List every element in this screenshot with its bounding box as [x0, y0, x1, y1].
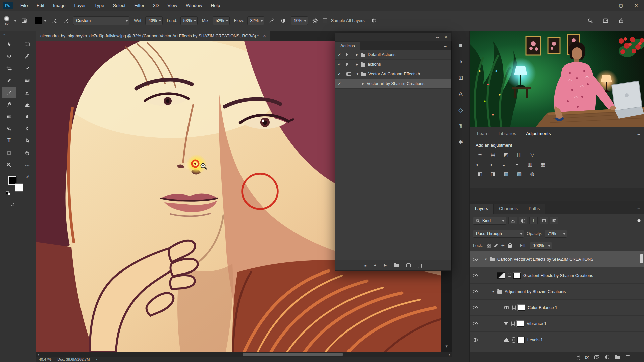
- visibility-toggle[interactable]: [470, 316, 481, 331]
- adjustments-panel-icon[interactable]: ◑: [455, 57, 466, 67]
- smoothing-field[interactable]: 10%: [291, 16, 308, 25]
- visibility-toggle[interactable]: [470, 267, 481, 283]
- screen-mode-icon[interactable]: [21, 202, 27, 206]
- menu-help[interactable]: Help: [206, 0, 224, 11]
- smoothing-icon[interactable]: [279, 16, 288, 25]
- toggle-item-check[interactable]: ✓: [335, 69, 344, 79]
- tab-paths[interactable]: Paths: [523, 204, 545, 214]
- toggle-item-check[interactable]: ✓: [335, 79, 344, 88]
- layer-name[interactable]: Gradient Effects by Shazim Creations: [523, 273, 593, 278]
- photo-filter-adjustment-icon[interactable]: ◓: [513, 161, 521, 168]
- action-set-row[interactable]: ✓ ▶ Default Actions: [335, 50, 451, 60]
- status-zoom-value[interactable]: 40.47%: [39, 357, 51, 361]
- curves-adjustment-icon[interactable]: ◩: [502, 151, 511, 158]
- lock-all-icon[interactable]: [508, 245, 512, 248]
- selective-color-adjustment-icon[interactable]: ▨: [515, 170, 524, 178]
- layer-name[interactable]: Levels 1: [527, 338, 543, 342]
- layer-mask-thumbnail[interactable]: [513, 273, 521, 279]
- lock-transparency-icon[interactable]: [487, 244, 491, 248]
- layers-panel-menu-icon[interactable]: ≡: [637, 206, 640, 212]
- patch-tool[interactable]: [20, 75, 34, 86]
- opacity-field[interactable]: 71%: [545, 230, 567, 238]
- lock-paint-icon[interactable]: [494, 244, 498, 247]
- horizontal-scrollbar[interactable]: ◂ ▸: [36, 352, 452, 357]
- toggle-item-check[interactable]: ✓: [335, 50, 344, 59]
- quick-selection-tool[interactable]: [20, 51, 34, 62]
- close-panel-icon[interactable]: ✕: [445, 35, 447, 39]
- lasso-tool[interactable]: [2, 51, 16, 62]
- status-expand-icon[interactable]: ›: [96, 357, 97, 361]
- visibility-toggle[interactable]: [470, 332, 481, 348]
- panel-grip-icon[interactable]: [458, 34, 464, 35]
- toggle-dialog-cell[interactable]: [344, 60, 353, 69]
- layer-row-gradient-effects[interactable]: Gradient Effects by Shazim Creations: [470, 267, 644, 284]
- brush-preset-picker[interactable]: 80: [4, 16, 9, 25]
- threshold-adjustment-icon[interactable]: ▧: [502, 170, 511, 178]
- layer-style-fx-icon[interactable]: fx: [585, 355, 589, 360]
- close-tab-icon[interactable]: ✕: [263, 34, 266, 38]
- expand-arrow-icon[interactable]: ▼: [484, 258, 487, 261]
- mixer-brush-tool[interactable]: [2, 87, 16, 98]
- menu-edit[interactable]: Edit: [32, 0, 49, 11]
- action-label[interactable]: Vector art by Shazim Creations: [367, 81, 424, 86]
- clone-stamp-tool[interactable]: [20, 87, 34, 98]
- edit-toolbar-ellipsis-icon[interactable]: ⋯: [20, 160, 34, 170]
- hand-tool[interactable]: [20, 147, 34, 158]
- mask-link-icon[interactable]: [508, 273, 511, 278]
- path-selection-tool[interactable]: [20, 135, 34, 146]
- toggle-dialog-cell[interactable]: [344, 69, 353, 79]
- tab-layers[interactable]: Layers: [470, 204, 494, 214]
- clean-brush-after-stroke-button[interactable]: [61, 16, 70, 25]
- blend-mode-select[interactable]: Pass Through: [473, 230, 524, 238]
- new-adjustment-layer-icon[interactable]: [605, 355, 609, 359]
- toggle-brush-settings-button[interactable]: [20, 16, 29, 25]
- clone-source-panel-icon[interactable]: ⊞: [455, 73, 466, 83]
- visibility-toggle[interactable]: [470, 251, 481, 267]
- sample-all-layers-checkbox[interactable]: Sample All Layers: [323, 18, 365, 23]
- layer-filtering-toggle[interactable]: [637, 219, 641, 222]
- layer-name[interactable]: Color Balance 1: [528, 305, 557, 310]
- tab-libraries[interactable]: Libraries: [499, 131, 516, 136]
- airbrush-toggle-button[interactable]: [267, 16, 276, 25]
- tab-channels[interactable]: Channels: [494, 204, 523, 214]
- filter-smart-objects-icon[interactable]: [550, 217, 558, 224]
- crop-tool[interactable]: [2, 63, 16, 74]
- exposure-adjustment-icon[interactable]: ◫: [515, 151, 524, 158]
- mask-link-icon[interactable]: [512, 337, 515, 343]
- menu-select[interactable]: Select: [109, 0, 130, 11]
- load-field[interactable]: 53%: [180, 16, 198, 25]
- actions-tab[interactable]: Actions: [335, 42, 360, 50]
- fill-field[interactable]: 100%: [530, 242, 552, 250]
- paragraph-panel-icon[interactable]: ¶: [455, 121, 466, 131]
- move-tool[interactable]: [2, 39, 16, 50]
- stop-recording-icon[interactable]: ■: [364, 263, 367, 267]
- expand-arrow-icon[interactable]: ▶: [362, 82, 364, 85]
- invert-adjustment-icon[interactable]: ◧: [476, 170, 484, 178]
- tab-learn[interactable]: Learn: [477, 131, 489, 136]
- document-tab[interactable]: alexandra_by_olgaboyko_dc7rd0p-fullview.…: [36, 31, 270, 41]
- menu-view[interactable]: View: [163, 0, 181, 11]
- color-balance-adjustment-icon[interactable]: ◑: [486, 161, 495, 168]
- expand-arrow-icon[interactable]: ▶: [356, 53, 358, 56]
- close-button[interactable]: ✕: [629, 0, 644, 11]
- layers-scrollbar-thumb[interactable]: [640, 254, 643, 263]
- menu-layer[interactable]: Layer: [70, 0, 90, 11]
- rectangle-tool[interactable]: [2, 147, 16, 158]
- eyedropper-tool[interactable]: [20, 63, 34, 74]
- layer-mask-thumbnail[interactable]: [518, 305, 525, 311]
- visibility-toggle[interactable]: [470, 300, 481, 315]
- action-set-label[interactable]: Vector Art Cartoon Effects b...: [368, 72, 423, 76]
- brush-combination-select[interactable]: Custom: [73, 16, 129, 25]
- expand-arrow-icon[interactable]: ▼: [492, 290, 495, 293]
- layer-filter-kind-select[interactable]: Kind: [473, 217, 506, 225]
- mask-link-icon[interactable]: [511, 321, 514, 326]
- action-set-label[interactable]: Default Actions: [368, 52, 395, 57]
- delete-action-icon[interactable]: [418, 264, 422, 268]
- gradient-tool[interactable]: [2, 111, 16, 122]
- mix-field[interactable]: 52%: [213, 16, 230, 25]
- hue-saturation-adjustment-icon[interactable]: ◐: [473, 161, 482, 168]
- menu-window[interactable]: Window: [181, 0, 206, 11]
- expand-arrow-icon[interactable]: ▼: [356, 72, 359, 76]
- dropdown-arrow-icon[interactable]: [14, 20, 17, 23]
- paint-symmetry-icon[interactable]: [370, 16, 378, 25]
